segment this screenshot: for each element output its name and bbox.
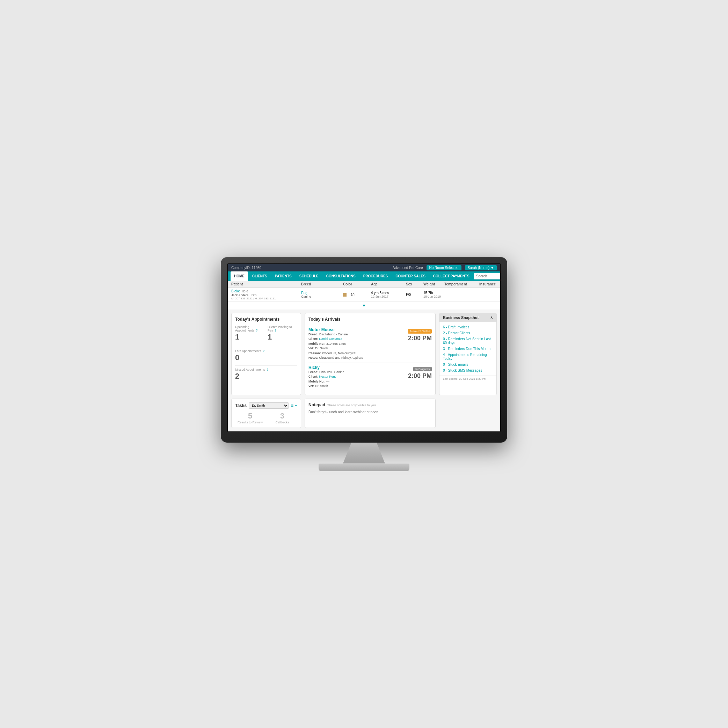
arrivals-title: Today's Arrivals	[309, 317, 432, 322]
patient-name[interactable]: Blake	[231, 289, 240, 293]
nav-patients[interactable]: PATIENTS	[271, 271, 295, 281]
owner-id: ID:6	[251, 294, 257, 297]
callbacks-label: Callbacks	[267, 421, 297, 424]
notepad-content[interactable]: Don't forget- lunch and learn webinar at…	[309, 410, 432, 414]
tasks-header: Tasks Dr. Smith ≡ +	[235, 402, 297, 409]
appointments-title: Today's Appointments	[235, 317, 297, 322]
arrival-item-1: Motor Mouse Breed: Dachshund · Canine Cl…	[309, 325, 432, 363]
arrival-name-2[interactable]: Ricky	[309, 365, 404, 370]
arrival-info-1: Motor Mouse Breed: Dachshund · Canine Cl…	[309, 327, 404, 361]
arrival-name-1[interactable]: Motor Mouse	[309, 327, 404, 332]
top-bar: CompanyID: 11950 Advanced Pet Care No Ro…	[228, 264, 500, 271]
late-label: Late Appointments ?	[235, 349, 297, 353]
missed-value: 2	[235, 372, 297, 381]
col-insurance: Insurance	[479, 282, 501, 286]
client-link-2[interactable]: Nestor Kent	[319, 375, 336, 378]
arrival-item-2: Ricky Breed: Shih Tzu · Canine Client: N…	[309, 363, 432, 391]
snapshot-item-5[interactable]: 4 - Appointments Remaining Today	[443, 352, 493, 362]
snapshot-item-3[interactable]: 0 - Reminders Not Sent in Last 60 days	[443, 336, 493, 346]
col-weight: Weight	[424, 282, 444, 286]
waiting-value: 1	[268, 333, 297, 341]
nav-search-area: 🔍	[474, 273, 501, 280]
weight-date: 18-Jun 2019	[424, 295, 444, 298]
snapshot-item-4[interactable]: 3 - Reminders Due This Month	[443, 346, 493, 352]
patient-id1: ID:6	[242, 290, 248, 293]
owner-name[interactable]: Jack Anders	[231, 294, 248, 297]
snapshot-collapse[interactable]: ∧	[490, 315, 493, 320]
monitor-screen: CompanyID: 11950 Advanced Pet Care No Ro…	[227, 263, 501, 432]
monitor-stand-base	[318, 463, 410, 471]
nav-counter-sales[interactable]: COUNTER SALES	[392, 271, 429, 281]
nav-bar: HOME CLIENTS PATIENTS SCHEDULE CONSULTAT…	[228, 271, 500, 281]
snapshot-items: 6 - Draft Invoices 2 - Debtor Clients 0 …	[439, 322, 496, 376]
snapshot-item-6[interactable]: 0 - Stuck Emails	[443, 362, 493, 367]
species: Canine	[301, 295, 343, 298]
snapshot-panel: Business Snapshot ∧ 6 - Draft Invoices 2…	[439, 313, 497, 395]
waiting-appt: Clients Waiting to Pay ? 1	[268, 325, 297, 341]
sort-icon[interactable]: ≡	[291, 403, 294, 408]
callbacks-number: 3	[267, 411, 297, 421]
callbacks-stat: 3 Callbacks	[267, 411, 297, 424]
upcoming-label: Upcoming Appointments ?	[235, 325, 265, 332]
breed-cell: Pug Canine	[301, 291, 343, 298]
snapshot-item-7[interactable]: 0 - Stuck SMS Messages	[443, 367, 493, 373]
arrival-status-1: Arrived 2:00 PM 2:00 PM	[404, 327, 432, 342]
notepad-panel: Notepad These notes are only visible to …	[304, 399, 436, 428]
waiting-help[interactable]: ?	[275, 329, 276, 332]
search-input[interactable]	[474, 273, 501, 280]
snapshot-header: Business Snapshot ∧	[439, 314, 496, 322]
dob-value: 12-Jun 2017	[371, 295, 406, 298]
company-id: CompanyID: 11950	[231, 266, 261, 270]
notepad-subtitle: These notes are only visible to you	[327, 404, 376, 407]
missed-help[interactable]: ?	[266, 368, 268, 371]
nav-collect-payments[interactable]: COLLECT PAYMENTS	[430, 271, 473, 281]
patient-cell: Blake ID:6 Jack Anders ID:6 M: 207-333-2…	[231, 289, 301, 300]
late-value: 0	[235, 353, 297, 362]
weight-cell: 15.7lb 18-Jun 2019	[424, 291, 444, 298]
arrival-time-2: 2:00 PM	[404, 372, 432, 380]
breed-name: Pug	[301, 291, 343, 295]
upcoming-help[interactable]: ?	[256, 329, 258, 332]
monitor-wrapper: CompanyID: 11950 Advanced Pet Care No Ro…	[221, 257, 507, 471]
col-sex: Sex	[406, 282, 424, 286]
company-name: Advanced Pet Care	[393, 266, 423, 270]
snapshot-title: Business Snapshot	[443, 315, 479, 320]
late-help[interactable]: ?	[263, 349, 265, 353]
nav-procedures[interactable]: PROCEDURES	[360, 271, 392, 281]
color-swatch	[343, 293, 347, 297]
client-link-1[interactable]: Daniel Costanza	[319, 337, 343, 341]
add-task-icon[interactable]: +	[295, 403, 297, 408]
table-expand[interactable]: ▼	[228, 302, 500, 309]
room-selector[interactable]: No Room Selected	[427, 265, 462, 271]
tasks-doctor-select[interactable]: Dr. Smith	[249, 402, 289, 409]
patient-table-header: Patient Breed Color Age Sex Weight Tempe…	[228, 281, 500, 288]
late-appt: Late Appointments ? 0	[235, 349, 297, 362]
snapshot-item-1[interactable]: 6 - Draft Invoices	[443, 324, 493, 330]
upcoming-value: 1	[235, 333, 265, 341]
nav-schedule[interactable]: SCHEDULE	[296, 271, 322, 281]
notepad-title: Notepad	[309, 402, 325, 407]
col-color: Color	[343, 282, 371, 286]
appt-top-row: Upcoming Appointments ? 1 Clients Waitin…	[235, 325, 297, 345]
arrived-badge: Arrived 2:00 PM	[408, 329, 432, 333]
missed-appt: Missed Appointments ? 2	[235, 368, 297, 381]
tasks-icons: ≡ +	[291, 403, 297, 408]
col-patient: Patient	[231, 282, 301, 286]
nav-home[interactable]: HOME	[231, 271, 248, 281]
table-row: Blake ID:6 Jack Anders ID:6 M: 207-333-2…	[228, 288, 500, 302]
arrival-info-2: Ricky Breed: Shih Tzu · Canine Client: N…	[309, 365, 404, 389]
col-temperament: Temperament	[444, 282, 479, 286]
sex-cell: F/S	[406, 293, 424, 297]
main-content: Today's Appointments Upcoming Appointmen…	[228, 309, 500, 399]
contact-info: M: 207-333-2222 | H: 207-333-1111	[231, 297, 301, 300]
tasks-panel: Tasks Dr. Smith ≡ + 5 Results to Review	[231, 399, 301, 428]
nav-consultations[interactable]: CONSULTATIONS	[323, 271, 359, 281]
nav-clients[interactable]: CLIENTS	[249, 271, 271, 281]
snapshot-item-2[interactable]: 2 - Debtor Clients	[443, 330, 493, 336]
col-age: Age	[371, 282, 406, 286]
user-menu[interactable]: Sarah (Nurse) ▼	[465, 265, 497, 271]
col-breed: Breed	[301, 282, 343, 286]
notepad-header: Notepad These notes are only visible to …	[309, 402, 432, 407]
color-value: Tan	[349, 292, 355, 296]
bottom-row: Tasks Dr. Smith ≡ + 5 Results to Review	[228, 399, 500, 431]
